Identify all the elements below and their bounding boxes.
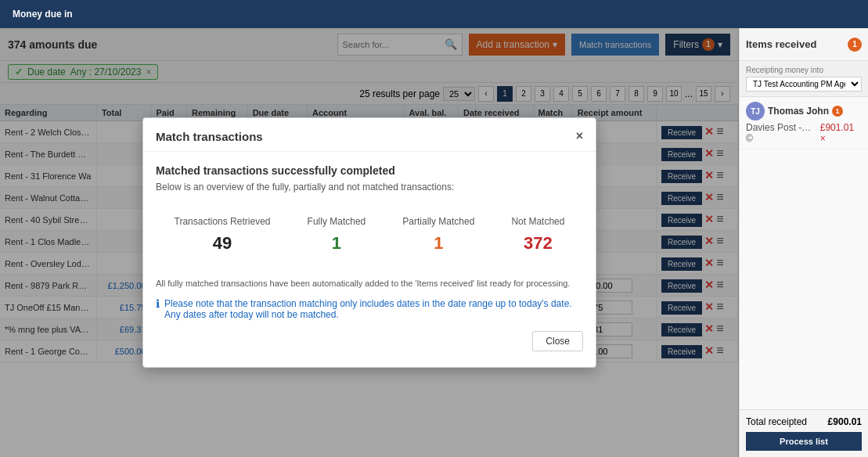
modal-info-text: Please note that the transaction matchin… (164, 298, 583, 320)
info-icon: ℹ (156, 297, 160, 310)
modal-success-title: Matched transactions successfully comple… (156, 164, 583, 177)
receipt-source: Davies Post -… © (746, 122, 820, 144)
avatar: TJ (746, 102, 765, 121)
stat-fully-label: Fully Matched (308, 216, 366, 227)
stat-partially-label: Partially Matched (402, 216, 474, 227)
modal-overlay: Match transactions × Matched transaction… (0, 28, 739, 457)
stat-not-value: 372 (511, 233, 564, 254)
items-received-title: Items received (746, 38, 843, 50)
match-transactions-modal: Match transactions × Matched transaction… (142, 117, 596, 368)
stats-row: Transactions Retrieved 49 Fully Matched … (156, 208, 583, 261)
app-title: Money due in (13, 9, 73, 20)
receipting-item-details: Davies Post -… © £901.01 × (746, 122, 862, 144)
person-name: Thomas John (768, 106, 829, 117)
modal-note: All fully matched transactions have been… (156, 277, 583, 290)
person-badge: 1 (832, 106, 843, 117)
stat-retrieved-label: Transactions Retrieved (175, 216, 271, 227)
receipt-amount-display: £901.01 × (820, 122, 862, 144)
stat-retrieved-value: 49 (175, 233, 271, 254)
stat-retrieved: Transactions Retrieved 49 (175, 216, 271, 254)
stat-fully-value: 1 (308, 233, 366, 254)
stat-not-label: Not Matched (511, 216, 564, 227)
right-panel: Items received 1 Receipting money into T… (739, 28, 868, 457)
modal-info: ℹ Please note that the transaction match… (156, 298, 583, 320)
stat-not-matched: Not Matched 372 (511, 216, 564, 254)
total-receipted-value: £900.01 (828, 416, 862, 427)
modal-success-subtitle: Below is an overview of the fully, parti… (156, 182, 583, 193)
right-footer: Total receipted £900.01 Process list (740, 409, 868, 457)
process-list-button[interactable]: Process list (746, 432, 862, 451)
modal-footer: Close (156, 331, 583, 354)
modal-close-icon[interactable]: × (576, 129, 583, 143)
stat-fully-matched: Fully Matched 1 (308, 216, 366, 254)
modal-header: Match transactions × (143, 118, 596, 152)
stat-partially-value: 1 (402, 233, 474, 254)
total-receipted-label: Total receipted (746, 416, 807, 427)
receipting-item: TJ Thomas John 1 Davies Post -… © £901.0… (740, 97, 868, 149)
items-received-header: Items received 1 (740, 28, 868, 61)
items-received-badge: 1 (848, 38, 862, 52)
stat-partially-matched: Partially Matched 1 (402, 216, 474, 254)
total-receipted-row: Total receipted £900.01 (746, 416, 862, 427)
receipting-select[interactable]: TJ Test Accounting PM Age… (746, 77, 862, 92)
modal-close-button[interactable]: Close (532, 331, 583, 351)
receipting-label: Receipting money into (746, 66, 862, 74)
receipting-person-name: TJ Thomas John 1 (746, 102, 862, 121)
modal-body: Matched transactions successfully comple… (143, 152, 596, 367)
modal-title: Match transactions (156, 130, 263, 143)
app-header: Money due in (0, 0, 868, 28)
receipting-section: Receipting money into TJ Test Accounting… (740, 61, 868, 97)
